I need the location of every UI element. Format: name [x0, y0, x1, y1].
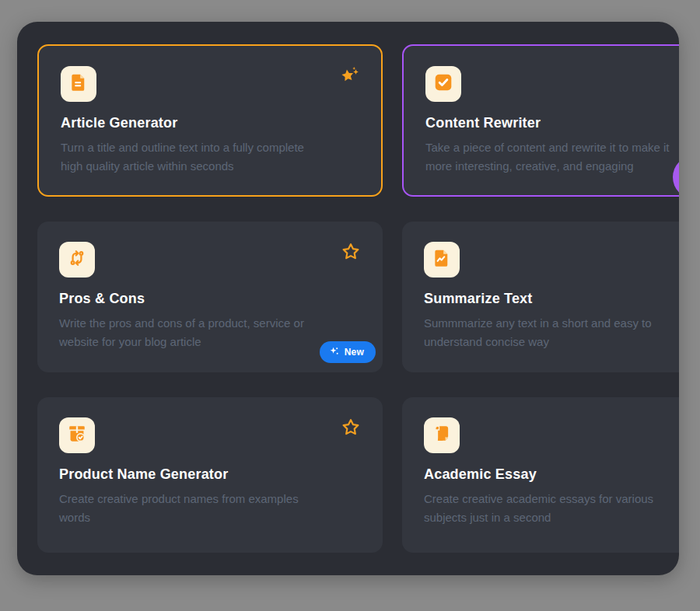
- card-title: Pros & Cons: [59, 291, 361, 307]
- card-academic-essay[interactable]: Academic Essay Create creative academic …: [402, 397, 679, 553]
- swap-arrows-icon: [67, 248, 87, 271]
- article-document-icon: [68, 72, 89, 96]
- card-description: Write the pros and cons of a product, se…: [59, 314, 361, 351]
- tools-grid: Article Generator Turn a title and outli…: [37, 44, 679, 553]
- new-badge: New: [320, 341, 376, 363]
- icon-tile: [424, 242, 460, 278]
- card-title: Summarize Text: [424, 291, 679, 307]
- card-pros-and-cons[interactable]: Pros & Cons Write the pros and cons of a…: [37, 222, 383, 372]
- card-product-name-generator[interactable]: Product Name Generator Create creative p…: [37, 397, 383, 553]
- card-description: Create creative academic essays for vari…: [424, 490, 679, 527]
- scroll-icon: [432, 424, 452, 447]
- card-description: Summmarize any text in a short and easy …: [424, 314, 679, 351]
- favorite-star-outline-icon[interactable]: [341, 417, 361, 438]
- sparkle-icon: [329, 346, 339, 358]
- card-content-rewriter[interactable]: Content Rewriter Take a piece of content…: [402, 44, 679, 197]
- checkbox-icon: [433, 72, 453, 96]
- favorite-star-filled-icon[interactable]: [339, 66, 359, 86]
- icon-tile: [59, 242, 95, 278]
- card-summarize-text[interactable]: Summarize Text Summmarize any text in a …: [402, 222, 679, 372]
- card-title: Content Rewriter: [425, 115, 679, 131]
- card-description: Create creative product names from examp…: [59, 490, 361, 527]
- icon-tile: [425, 66, 461, 102]
- card-description: Turn a title and outline text into a ful…: [61, 138, 359, 176]
- card-title: Academic Essay: [424, 466, 679, 483]
- favorite-star-outline-icon[interactable]: [341, 242, 361, 262]
- summary-document-icon: [432, 248, 452, 271]
- icon-tile: [424, 417, 460, 453]
- new-badge-label: New: [345, 347, 364, 358]
- icon-tile: [61, 66, 96, 102]
- product-box-icon: [67, 424, 87, 447]
- tools-panel: Article Generator Turn a title and outli…: [17, 22, 679, 575]
- icon-tile: [59, 417, 95, 453]
- card-description: Take a piece of content and rewrite it t…: [425, 138, 679, 176]
- card-title: Product Name Generator: [59, 466, 361, 483]
- card-title: Article Generator: [61, 115, 359, 131]
- card-article-generator[interactable]: Article Generator Turn a title and outli…: [37, 44, 383, 197]
